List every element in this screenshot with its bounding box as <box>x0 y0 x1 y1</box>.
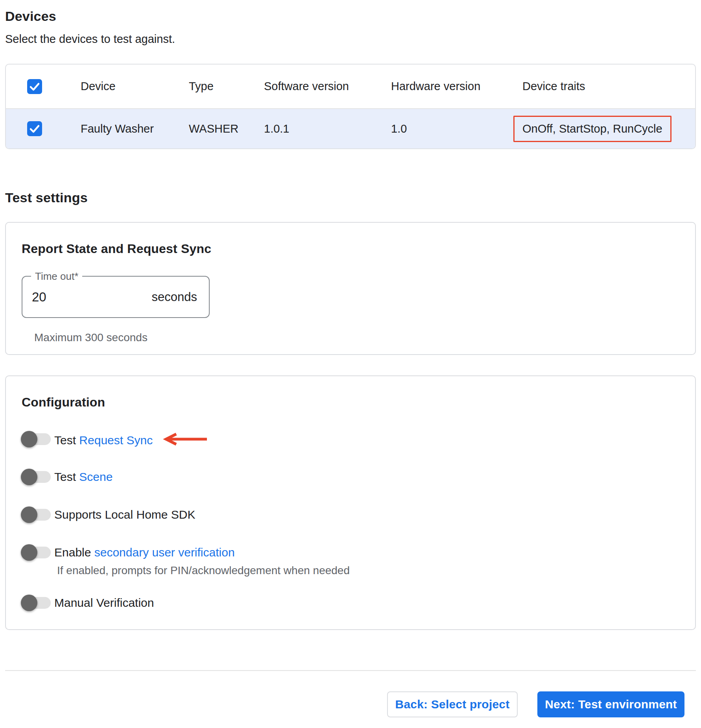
test-settings-title: Test settings <box>5 190 696 205</box>
row-checkbox[interactable] <box>27 121 42 136</box>
test-suite-page: Devices Select the devices to test again… <box>0 9 701 717</box>
manual-verification-toggle[interactable] <box>22 594 51 612</box>
toggle-label-secondary-user-verification: Enable secondary user verification <box>54 546 235 559</box>
select-all-cell <box>6 79 81 94</box>
toggle-label-prefix: Enable <box>54 546 94 559</box>
report-sync-card-title: Report State and Request Sync <box>22 242 679 256</box>
timeout-field[interactable]: Time out* seconds <box>22 276 210 318</box>
request-sync-link[interactable]: Request Sync <box>79 434 153 447</box>
toggle-thumb <box>21 595 37 611</box>
checkmark-icon <box>27 79 42 94</box>
toggle-thumb <box>21 506 37 523</box>
column-header-type: Type <box>189 80 264 93</box>
toggle-row-test-scene: Test Scene <box>22 468 679 486</box>
traits-highlight-box: OnOff, StartStop, RunCycle <box>513 116 671 142</box>
configuration-card: Configuration Test Request Sync Test Sce… <box>5 375 696 630</box>
secondary-user-verification-helper: If enabled, prompts for PIN/acknowledgem… <box>57 564 679 577</box>
toggle-label-test-request-sync: Test Request Sync <box>54 432 208 447</box>
toggle-row-test-request-sync: Test Request Sync <box>22 430 679 448</box>
back-button[interactable]: Back: Select project <box>387 691 518 717</box>
report-sync-card: Report State and Request Sync Time out* … <box>5 222 696 355</box>
column-header-device: Device <box>81 80 189 93</box>
toggle-label-local-home-sdk: Supports Local Home SDK <box>54 508 196 521</box>
toggle-row-local-home-sdk: Supports Local Home SDK <box>22 506 679 524</box>
device-table-row[interactable]: Faulty Washer WASHER 1.0.1 1.0 OnOff, St… <box>6 109 695 148</box>
toggle-row-secondary-user-verification: Enable secondary user verification <box>22 543 679 562</box>
timeout-unit-label: seconds <box>152 277 197 317</box>
timeout-helper-text: Maximum 300 seconds <box>34 331 679 344</box>
timeout-input[interactable] <box>32 277 130 317</box>
page-title: Devices <box>5 9 696 24</box>
toggle-label-test-scene: Test Scene <box>54 470 113 484</box>
toggle-thumb <box>21 544 37 561</box>
footer-actions: Back: Select project Next: Test environm… <box>5 691 696 717</box>
secondary-user-verification-link[interactable]: secondary user verification <box>94 546 235 559</box>
footer-divider <box>5 670 696 671</box>
checkmark-icon <box>27 121 42 136</box>
toggle-row-manual-verification: Manual Verification <box>22 594 679 612</box>
select-all-checkbox[interactable] <box>27 79 42 94</box>
cell-device-name: Faulty Washer <box>81 122 189 135</box>
cell-software-version: 1.0.1 <box>264 122 391 135</box>
toggle-thumb <box>21 469 37 485</box>
toggle-label-prefix: Test <box>54 470 79 483</box>
column-header-software-version: Software version <box>264 80 391 93</box>
toggle-label-prefix: Manual Verification <box>54 596 154 609</box>
row-checkbox-cell <box>6 121 81 136</box>
column-header-hardware-version: Hardware version <box>391 80 522 93</box>
scene-link[interactable]: Scene <box>79 470 113 483</box>
test-request-sync-toggle[interactable] <box>22 430 51 448</box>
toggle-label-manual-verification: Manual Verification <box>54 596 154 610</box>
next-button[interactable]: Next: Test environment <box>537 691 684 717</box>
toggle-thumb <box>21 431 37 447</box>
column-header-device-traits: Device traits <box>522 80 695 93</box>
devices-table: Device Type Software version Hardware ve… <box>5 64 696 149</box>
configuration-card-title: Configuration <box>22 395 679 410</box>
page-subtitle: Select the devices to test against. <box>5 33 696 46</box>
cell-device-traits: OnOff, StartStop, RunCycle <box>522 116 695 142</box>
toggle-label-prefix: Test <box>54 434 79 447</box>
cell-hardware-version: 1.0 <box>391 122 522 135</box>
secondary-user-verification-toggle[interactable] <box>22 543 51 562</box>
cell-device-type: WASHER <box>189 122 264 135</box>
table-header-row: Device Type Software version Hardware ve… <box>6 65 695 109</box>
test-scene-toggle[interactable] <box>22 468 51 486</box>
red-arrow-left-icon <box>161 432 208 447</box>
supports-local-home-sdk-toggle[interactable] <box>22 506 51 524</box>
toggle-label-prefix: Supports Local Home SDK <box>54 508 196 521</box>
